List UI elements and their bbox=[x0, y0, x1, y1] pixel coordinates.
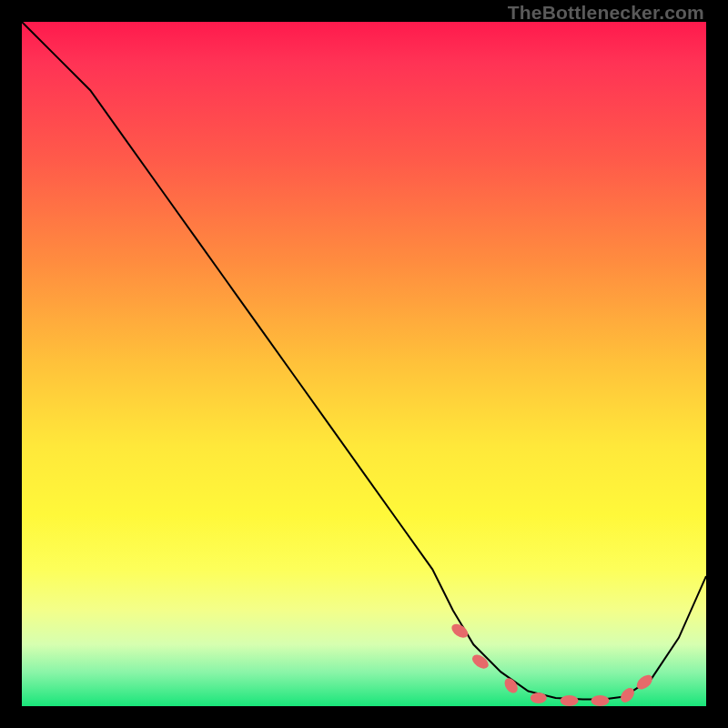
watermark-text: TheBottleneсker.com bbox=[508, 2, 704, 24]
gradient-plot-area bbox=[22, 22, 706, 706]
